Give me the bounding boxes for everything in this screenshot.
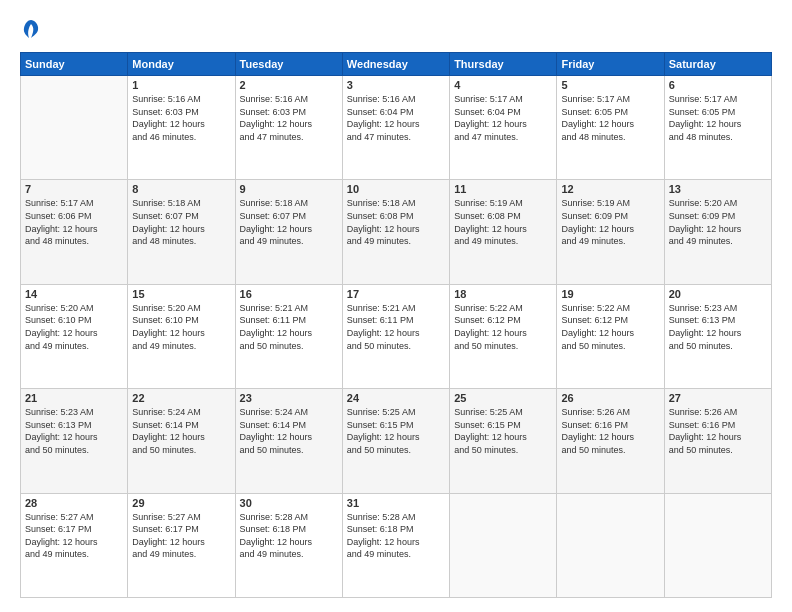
weekday-header-saturday: Saturday <box>664 53 771 76</box>
day-number: 3 <box>347 79 445 91</box>
calendar-cell: 2Sunrise: 5:16 AM Sunset: 6:03 PM Daylig… <box>235 76 342 180</box>
day-number: 24 <box>347 392 445 404</box>
calendar-cell: 15Sunrise: 5:20 AM Sunset: 6:10 PM Dayli… <box>128 284 235 388</box>
calendar-cell: 12Sunrise: 5:19 AM Sunset: 6:09 PM Dayli… <box>557 180 664 284</box>
day-info: Sunrise: 5:20 AM Sunset: 6:10 PM Dayligh… <box>25 302 123 352</box>
calendar-cell <box>557 493 664 597</box>
calendar-cell: 27Sunrise: 5:26 AM Sunset: 6:16 PM Dayli… <box>664 389 771 493</box>
calendar-cell: 8Sunrise: 5:18 AM Sunset: 6:07 PM Daylig… <box>128 180 235 284</box>
day-info: Sunrise: 5:22 AM Sunset: 6:12 PM Dayligh… <box>561 302 659 352</box>
calendar-cell: 24Sunrise: 5:25 AM Sunset: 6:15 PM Dayli… <box>342 389 449 493</box>
day-number: 13 <box>669 183 767 195</box>
day-number: 8 <box>132 183 230 195</box>
day-number: 30 <box>240 497 338 509</box>
header <box>20 18 772 42</box>
day-number: 28 <box>25 497 123 509</box>
weekday-header-thursday: Thursday <box>450 53 557 76</box>
day-number: 4 <box>454 79 552 91</box>
calendar-cell: 18Sunrise: 5:22 AM Sunset: 6:12 PM Dayli… <box>450 284 557 388</box>
calendar-cell <box>450 493 557 597</box>
calendar-cell: 4Sunrise: 5:17 AM Sunset: 6:04 PM Daylig… <box>450 76 557 180</box>
day-info: Sunrise: 5:19 AM Sunset: 6:08 PM Dayligh… <box>454 197 552 247</box>
calendar-week-5: 28Sunrise: 5:27 AM Sunset: 6:17 PM Dayli… <box>21 493 772 597</box>
day-info: Sunrise: 5:25 AM Sunset: 6:15 PM Dayligh… <box>347 406 445 456</box>
calendar-cell: 6Sunrise: 5:17 AM Sunset: 6:05 PM Daylig… <box>664 76 771 180</box>
day-number: 22 <box>132 392 230 404</box>
day-number: 11 <box>454 183 552 195</box>
calendar-cell: 25Sunrise: 5:25 AM Sunset: 6:15 PM Dayli… <box>450 389 557 493</box>
day-number: 7 <box>25 183 123 195</box>
day-number: 17 <box>347 288 445 300</box>
day-info: Sunrise: 5:16 AM Sunset: 6:03 PM Dayligh… <box>240 93 338 143</box>
weekday-header-sunday: Sunday <box>21 53 128 76</box>
day-info: Sunrise: 5:26 AM Sunset: 6:16 PM Dayligh… <box>669 406 767 456</box>
day-number: 19 <box>561 288 659 300</box>
page: SundayMondayTuesdayWednesdayThursdayFrid… <box>0 0 792 612</box>
day-info: Sunrise: 5:26 AM Sunset: 6:16 PM Dayligh… <box>561 406 659 456</box>
calendar-cell: 13Sunrise: 5:20 AM Sunset: 6:09 PM Dayli… <box>664 180 771 284</box>
calendar-cell: 20Sunrise: 5:23 AM Sunset: 6:13 PM Dayli… <box>664 284 771 388</box>
day-info: Sunrise: 5:21 AM Sunset: 6:11 PM Dayligh… <box>240 302 338 352</box>
day-number: 15 <box>132 288 230 300</box>
calendar-header-row: SundayMondayTuesdayWednesdayThursdayFrid… <box>21 53 772 76</box>
day-info: Sunrise: 5:24 AM Sunset: 6:14 PM Dayligh… <box>132 406 230 456</box>
day-number: 21 <box>25 392 123 404</box>
calendar-cell: 14Sunrise: 5:20 AM Sunset: 6:10 PM Dayli… <box>21 284 128 388</box>
day-number: 29 <box>132 497 230 509</box>
calendar-cell <box>21 76 128 180</box>
weekday-header-friday: Friday <box>557 53 664 76</box>
day-info: Sunrise: 5:17 AM Sunset: 6:05 PM Dayligh… <box>561 93 659 143</box>
day-number: 9 <box>240 183 338 195</box>
calendar-cell: 31Sunrise: 5:28 AM Sunset: 6:18 PM Dayli… <box>342 493 449 597</box>
calendar-cell: 10Sunrise: 5:18 AM Sunset: 6:08 PM Dayli… <box>342 180 449 284</box>
day-number: 26 <box>561 392 659 404</box>
weekday-header-wednesday: Wednesday <box>342 53 449 76</box>
day-info: Sunrise: 5:23 AM Sunset: 6:13 PM Dayligh… <box>669 302 767 352</box>
day-number: 1 <box>132 79 230 91</box>
day-number: 18 <box>454 288 552 300</box>
day-number: 14 <box>25 288 123 300</box>
day-number: 2 <box>240 79 338 91</box>
calendar-cell: 7Sunrise: 5:17 AM Sunset: 6:06 PM Daylig… <box>21 180 128 284</box>
day-info: Sunrise: 5:28 AM Sunset: 6:18 PM Dayligh… <box>347 511 445 561</box>
calendar-cell: 17Sunrise: 5:21 AM Sunset: 6:11 PM Dayli… <box>342 284 449 388</box>
weekday-header-tuesday: Tuesday <box>235 53 342 76</box>
calendar-cell: 1Sunrise: 5:16 AM Sunset: 6:03 PM Daylig… <box>128 76 235 180</box>
calendar-cell: 29Sunrise: 5:27 AM Sunset: 6:17 PM Dayli… <box>128 493 235 597</box>
calendar-cell: 30Sunrise: 5:28 AM Sunset: 6:18 PM Dayli… <box>235 493 342 597</box>
day-info: Sunrise: 5:16 AM Sunset: 6:04 PM Dayligh… <box>347 93 445 143</box>
day-info: Sunrise: 5:17 AM Sunset: 6:05 PM Dayligh… <box>669 93 767 143</box>
calendar-cell <box>664 493 771 597</box>
calendar-cell: 26Sunrise: 5:26 AM Sunset: 6:16 PM Dayli… <box>557 389 664 493</box>
calendar-cell: 16Sunrise: 5:21 AM Sunset: 6:11 PM Dayli… <box>235 284 342 388</box>
day-number: 6 <box>669 79 767 91</box>
day-info: Sunrise: 5:20 AM Sunset: 6:09 PM Dayligh… <box>669 197 767 247</box>
calendar-week-3: 14Sunrise: 5:20 AM Sunset: 6:10 PM Dayli… <box>21 284 772 388</box>
day-number: 16 <box>240 288 338 300</box>
weekday-header-monday: Monday <box>128 53 235 76</box>
day-info: Sunrise: 5:24 AM Sunset: 6:14 PM Dayligh… <box>240 406 338 456</box>
calendar-cell: 11Sunrise: 5:19 AM Sunset: 6:08 PM Dayli… <box>450 180 557 284</box>
day-info: Sunrise: 5:17 AM Sunset: 6:04 PM Dayligh… <box>454 93 552 143</box>
day-info: Sunrise: 5:25 AM Sunset: 6:15 PM Dayligh… <box>454 406 552 456</box>
calendar-cell: 22Sunrise: 5:24 AM Sunset: 6:14 PM Dayli… <box>128 389 235 493</box>
calendar-cell: 23Sunrise: 5:24 AM Sunset: 6:14 PM Dayli… <box>235 389 342 493</box>
calendar-cell: 21Sunrise: 5:23 AM Sunset: 6:13 PM Dayli… <box>21 389 128 493</box>
day-info: Sunrise: 5:18 AM Sunset: 6:08 PM Dayligh… <box>347 197 445 247</box>
day-info: Sunrise: 5:22 AM Sunset: 6:12 PM Dayligh… <box>454 302 552 352</box>
day-number: 20 <box>669 288 767 300</box>
calendar-cell: 9Sunrise: 5:18 AM Sunset: 6:07 PM Daylig… <box>235 180 342 284</box>
day-number: 25 <box>454 392 552 404</box>
calendar-cell: 3Sunrise: 5:16 AM Sunset: 6:04 PM Daylig… <box>342 76 449 180</box>
logo <box>20 18 38 42</box>
day-number: 27 <box>669 392 767 404</box>
day-info: Sunrise: 5:18 AM Sunset: 6:07 PM Dayligh… <box>132 197 230 247</box>
calendar-cell: 19Sunrise: 5:22 AM Sunset: 6:12 PM Dayli… <box>557 284 664 388</box>
day-number: 10 <box>347 183 445 195</box>
day-info: Sunrise: 5:20 AM Sunset: 6:10 PM Dayligh… <box>132 302 230 352</box>
day-number: 12 <box>561 183 659 195</box>
day-number: 31 <box>347 497 445 509</box>
day-info: Sunrise: 5:18 AM Sunset: 6:07 PM Dayligh… <box>240 197 338 247</box>
calendar-cell: 5Sunrise: 5:17 AM Sunset: 6:05 PM Daylig… <box>557 76 664 180</box>
day-number: 23 <box>240 392 338 404</box>
